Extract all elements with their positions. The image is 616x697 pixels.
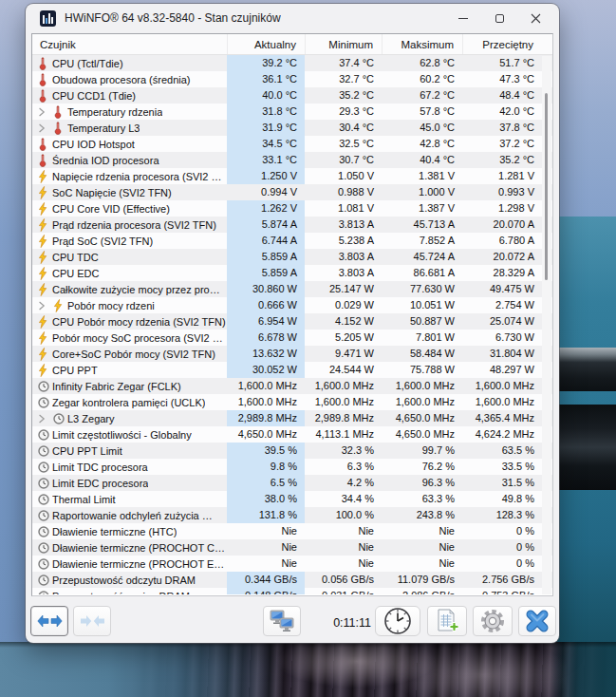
current-value: 39.5 % — [227, 443, 305, 459]
average-value: 2.756 GB/s — [462, 572, 542, 588]
sensor-label-cell: Thermal Limit — [32, 491, 227, 507]
report-log-button[interactable] — [427, 606, 467, 636]
sensor-label-cell: Średnia IOD procesora — [32, 152, 227, 168]
sensor-row[interactable]: Limit TDC procesora9.8 %6.3 %76.2 %33.5 … — [32, 459, 552, 475]
pier-photo-bottom — [0, 642, 616, 697]
maximize-button[interactable] — [481, 6, 517, 30]
close-sensors-button[interactable] — [518, 606, 556, 636]
sensor-row[interactable]: CPU Core VID (Effective)1.262 V1.081 V1.… — [32, 200, 552, 217]
minimum-value: 29.3 °C — [305, 104, 382, 120]
sensor-row[interactable]: Temperatury L331.9 °C30.4 °C45.0 °C37.8 … — [32, 120, 552, 136]
sensor-row[interactable]: Raportowanie odchyleń zużycia …131.8 %10… — [32, 507, 552, 523]
sensor-label-cell: Limit EDC procesora — [32, 475, 227, 491]
minimum-value: Nie — [305, 523, 382, 539]
expand-chevron-icon[interactable] — [38, 123, 53, 133]
sensor-row[interactable]: Zegar kontrolera pamięci (UCLK)1,600.0 M… — [32, 394, 552, 410]
average-value: 6.730 W — [462, 330, 542, 346]
sensor-row[interactable]: Thermal Limit38.0 %34.4 %63.3 %49.8 % — [32, 491, 552, 507]
sensor-row[interactable]: Limit EDC procesora6.5 %4.2 %96.3 %31.5 … — [32, 475, 552, 491]
sensor-row[interactable]: Przepustowość odczytu DRAM0.344 GB/s0.05… — [32, 572, 552, 588]
column-header-maksimum[interactable]: Maksimum — [382, 34, 462, 54]
column-header-przeciętny[interactable]: Przeciętny — [462, 34, 542, 54]
collapse-columns-button[interactable] — [73, 606, 111, 636]
sensor-row[interactable]: Core+SoC Pobór mocy (SVI2 TFN)13.632 W9.… — [32, 346, 552, 362]
sensor-row[interactable]: Dławienie termiczne (PROCHOT E…NieNieNie… — [32, 556, 552, 572]
sensor-row[interactable]: SoC Napięcie (SVI2 TFN)0.994 V0.988 V1.0… — [32, 184, 552, 200]
current-value: 131.8 % — [227, 507, 305, 523]
sensor-row[interactable]: Pobór mocy rdzeni0.666 W0.029 W10.051 W2… — [32, 297, 552, 313]
current-value: 0.666 W — [227, 297, 305, 313]
clock-icon — [383, 607, 412, 635]
sensor-label-cell: CPU PPT — [32, 362, 227, 378]
sensor-row[interactable]: Całkowite zużycie mocy przez pro…30.860 … — [32, 281, 552, 297]
maximum-value: 1.387 V — [382, 200, 462, 217]
clock-button[interactable] — [375, 606, 420, 636]
remote-monitoring-button[interactable] — [263, 606, 301, 636]
sensor-row[interactable]: CPU TDC5.859 A3.803 A45.724 A20.072 A — [32, 249, 552, 265]
sensor-row[interactable]: Obudowa procesora (średnia)36.1 °C32.7 °… — [32, 71, 552, 87]
power-icon — [38, 315, 52, 329]
settings-button[interactable] — [473, 606, 513, 636]
sensor-label-cell: Core+SoC Pobór mocy (SVI2 TFN) — [32, 346, 227, 362]
sensor-row[interactable]: CPU IOD Hotspot34.5 °C32.5 °C42.8 °C37.2… — [32, 136, 552, 152]
sensor-label-cell: CPU Core VID (Effective) — [32, 200, 227, 217]
minimum-value: 6.3 % — [305, 459, 382, 475]
sensor-row[interactable]: Średnia IOD procesora33.1 °C30.7 °C40.4 … — [32, 152, 552, 168]
maximum-value: 1,600.0 MHz — [382, 394, 462, 410]
sensor-row[interactable]: CPU PPT Limit39.5 %32.3 %99.7 %63.5 % — [32, 443, 552, 459]
expand-chevron-icon[interactable] — [38, 107, 53, 117]
sensor-row[interactable]: Dławienie termiczne (PROCHOT C…NieNieNie… — [32, 539, 552, 556]
minimum-value: Nie — [305, 539, 382, 556]
sensor-row[interactable]: Przepustowość zapisu DRAM0.148 GB/s0.031… — [32, 588, 552, 594]
titlebar: HWiNFO® 64 v8.32-5840 - Stan czujników — [26, 4, 559, 32]
column-header-minimum[interactable]: Minimum — [305, 34, 382, 54]
scrollbar-thumb[interactable] — [545, 93, 548, 280]
average-value: 1.281 V — [462, 168, 542, 184]
sensor-row[interactable]: CPU CCD1 (Tdie)40.0 °C35.2 °C67.2 °C48.4… — [32, 87, 552, 104]
minimum-value: Nie — [305, 556, 382, 572]
minimum-value: 35.2 °C — [305, 87, 382, 104]
expand-chevron-icon[interactable] — [38, 301, 53, 311]
sensor-name: Przepustowość odczytu DRAM — [52, 575, 196, 586]
average-value: 6.780 A — [462, 233, 542, 249]
clock-icon — [38, 526, 52, 537]
sensor-label-cell: Całkowite zużycie mocy przez pro… — [32, 281, 227, 297]
sensor-row[interactable]: Prąd SoC (SVI2 TFN)6.744 A5.238 A7.852 A… — [32, 233, 552, 249]
sensor-row[interactable]: CPU EDC5.859 A3.803 A86.681 A28.329 A — [32, 265, 552, 281]
sensor-row[interactable]: Infinity Fabric Zegar (FCLK)1,600.0 MHz1… — [32, 378, 552, 394]
power-icon — [38, 348, 52, 361]
sensor-name: CPU PPT Limit — [52, 445, 122, 457]
minimize-button[interactable] — [445, 6, 481, 30]
sensor-row[interactable]: Limit częstotliwości - Globalny4,650.0 M… — [32, 426, 552, 443]
minimum-value: 30.4 °C — [305, 120, 382, 136]
current-value: 36.1 °C — [227, 71, 305, 87]
column-header-sensor[interactable]: Czujnik — [32, 34, 227, 54]
dual-monitors-icon — [270, 610, 294, 632]
sensor-label-cell: Napięcie rdzenia procesora (SVI2 … — [32, 168, 227, 184]
maximum-value: 57.8 °C — [382, 104, 462, 120]
sensor-row[interactable]: Napięcie rdzenia procesora (SVI2 …1.250 … — [32, 168, 552, 184]
average-value: 31.804 W — [462, 346, 542, 362]
average-value: 20.070 A — [462, 217, 542, 233]
temperature-icon — [38, 89, 52, 103]
sensor-row[interactable]: CPU (Tctl/Tdie)39.2 °C37.4 °C62.8 °C51.7… — [32, 55, 552, 71]
column-header-aktualny[interactable]: Aktualny — [227, 34, 305, 54]
expand-chevron-icon[interactable] — [38, 414, 53, 424]
power-icon — [38, 218, 52, 232]
clock-icon — [38, 397, 52, 408]
maximum-value: 1.381 V — [382, 168, 462, 184]
sensor-row[interactable]: CPU PPT30.052 W24.544 W75.788 W48.297 W — [32, 362, 552, 378]
sensor-label-cell: Limit częstotliwości - Globalny — [32, 426, 227, 443]
sensor-row[interactable]: Temperatury rdzenia31.8 °C29.3 °C57.8 °C… — [32, 104, 552, 120]
blue-x-icon — [526, 610, 549, 632]
average-value: 1,600.0 MHz — [462, 378, 542, 394]
sensor-row[interactable]: L3 Zegary2,989.8 MHz2,989.8 MHz4,650.0 M… — [32, 410, 552, 426]
expand-columns-button[interactable] — [30, 606, 68, 636]
clock-icon — [38, 445, 52, 457]
sensor-row[interactable]: Pobór mocy SoC procesora (SVI2 …6.678 W5… — [32, 330, 552, 346]
sensor-row[interactable]: Dławienie termiczne (HTC)NieNieNie0 % — [32, 523, 552, 539]
sensor-row[interactable]: Prąd rdzenia procesora (SVI2 TFN)5.874 A… — [32, 217, 552, 233]
sensor-row[interactable]: CPU Pobór mocy rdzenia (SVI2 TFN)6.954 W… — [32, 313, 552, 330]
vertical-scrollbar[interactable] — [542, 56, 551, 594]
close-window-button[interactable] — [517, 6, 553, 30]
